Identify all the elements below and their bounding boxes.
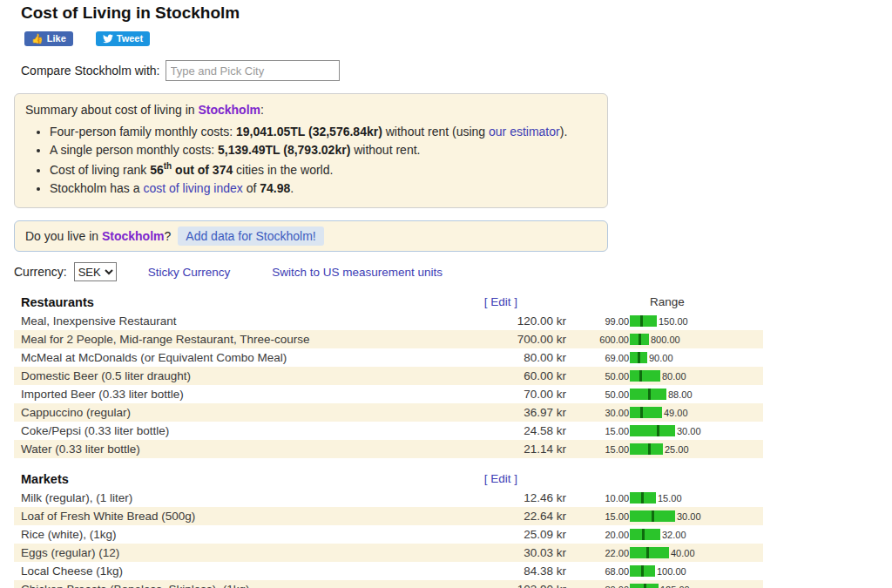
- item-name: Local Cheese (1kg): [14, 564, 436, 578]
- table-row: McMeal at McDonalds (or Equivalent Combo…: [14, 348, 763, 367]
- range-high: 25.00: [663, 444, 689, 455]
- item-price: 84.38 kr: [436, 564, 575, 578]
- range-bar: [630, 565, 655, 577]
- table-row: Cappuccino (regular)36.97 kr30.0049.00: [14, 403, 763, 422]
- range-bar: [630, 425, 675, 436]
- table-row: Meal, Inexpensive Restaurant120.00 kr99.…: [14, 312, 763, 330]
- summary-bullet: Stockholm has a cost of living index of …: [50, 180, 597, 196]
- range-high: 150.00: [657, 316, 688, 327]
- item-range: 20.0032.00: [575, 529, 763, 540]
- range-bar: [630, 584, 659, 588]
- range-high: 40.00: [669, 548, 695, 558]
- range-low: 30.00: [575, 408, 630, 418]
- table-row: Rice (white), (1kg)25.09 kr20.0032.00: [14, 525, 763, 544]
- item-range: 69.0090.00: [575, 352, 763, 363]
- item-name: Coke/Pepsi (0.33 liter bottle): [14, 424, 436, 437]
- tweet-button-label: Tweet: [117, 34, 143, 44]
- page-title: Cost of Living in Stockholm: [21, 3, 892, 23]
- range-high: 125.00: [659, 585, 690, 588]
- currency-select[interactable]: SEK: [74, 262, 117, 281]
- stockholm-city-link[interactable]: Stockholm: [102, 229, 165, 243]
- add-data-button[interactable]: Add data for Stockholm!: [178, 226, 323, 246]
- range-average-marker: [644, 584, 646, 588]
- currency-row: Currency: SEK Sticky Currency Switch to …: [14, 262, 892, 281]
- range-average-marker: [652, 510, 654, 522]
- item-range: 50.0080.00: [575, 370, 763, 382]
- range-low: 80.00: [575, 585, 630, 588]
- switch-units-link[interactable]: Switch to US measurement units: [272, 266, 443, 279]
- range-average-marker: [639, 334, 641, 345]
- range-high: 90.00: [647, 353, 673, 363]
- range-high: 88.00: [666, 389, 693, 400]
- range-low: 20.00: [575, 530, 630, 540]
- item-name: Rice (white), (1kg): [14, 528, 436, 541]
- range-low: 15.00: [575, 511, 630, 522]
- item-name: Meal, Inexpensive Restaurant: [14, 314, 436, 328]
- table-row: Local Cheese (1kg)84.38 kr68.00100.00: [14, 562, 763, 580]
- stockholm-city-link[interactable]: Stockholm: [198, 103, 260, 117]
- cost-of-living-page: Cost of Living in Stockholm 👍 Like Tweet…: [0, 0, 892, 588]
- sticky-currency-link[interactable]: Sticky Currency: [148, 266, 231, 279]
- item-name: Chicken Breasts (Boneless, Skinless), (1…: [14, 583, 436, 588]
- edit-link[interactable]: [ Edit ]: [436, 472, 566, 485]
- range-bar: [630, 492, 656, 504]
- share-buttons-row: 👍 Like Tweet: [24, 31, 889, 46]
- item-price: 24.58 kr: [436, 424, 575, 437]
- range-low: 68.00: [575, 566, 630, 577]
- range-low: 15.00: [575, 444, 630, 455]
- item-range: 99.00150.00: [575, 315, 763, 327]
- table-row: Water (0.33 liter bottle)21.14 kr15.0025…: [14, 440, 763, 458]
- range-low: 50.00: [575, 371, 630, 382]
- range-high: 30.00: [675, 426, 701, 436]
- section-gap: [14, 458, 763, 469]
- range-low: 99.00: [575, 316, 630, 327]
- item-price: 22.64 kr: [436, 510, 575, 523]
- item-range: 10.0015.00: [575, 492, 763, 504]
- live-in-city-box: Do you live in Stockholm? Add data for S…: [14, 220, 608, 252]
- table-row: Loaf of Fresh White Bread (500g)22.64 kr…: [14, 507, 763, 525]
- item-price: 120.00 kr: [436, 314, 575, 328]
- item-name: Meal for 2 People, Mid-range Restaurant,…: [14, 333, 436, 346]
- range-high: 800.00: [649, 335, 680, 345]
- range-low: 50.00: [575, 389, 630, 400]
- table-row: Milk (regular), (1 liter)12.46 kr10.0015…: [14, 489, 763, 507]
- item-range: 80.00125.00: [575, 584, 763, 588]
- item-price: 103.90 kr: [436, 583, 575, 588]
- range-bar: [630, 407, 662, 418]
- item-price: 21.14 kr: [436, 443, 575, 456]
- section-header-row: Markets[ Edit ]: [14, 469, 763, 489]
- inline-link[interactable]: our estimator: [489, 125, 560, 139]
- item-price: 30.03 kr: [436, 546, 575, 559]
- facebook-like-button[interactable]: 👍 Like: [24, 31, 73, 46]
- compare-label: Compare Stockholm with:: [21, 64, 160, 78]
- summary-bullet: Cost of living rank 56th out of 374 citi…: [50, 160, 597, 178]
- compare-city-input[interactable]: [166, 60, 340, 81]
- range-low: 600.00: [575, 335, 630, 345]
- range-bar: [630, 510, 675, 522]
- table-row: Domestic Beer (0.5 liter draught)60.00 k…: [14, 367, 763, 385]
- twitter-bird-icon: [103, 34, 113, 44]
- item-range: 600.00800.00: [575, 334, 763, 345]
- item-range: 15.0030.00: [575, 510, 763, 522]
- item-name: Eggs (regular) (12): [14, 546, 436, 559]
- range-low: 69.00: [575, 353, 630, 363]
- range-average-marker: [657, 425, 659, 436]
- range-bar: [630, 334, 649, 345]
- live-question: Do you live in Stockholm?: [25, 229, 171, 243]
- range-bar: [630, 443, 663, 455]
- range-low: 10.00: [575, 493, 630, 504]
- range-column-header: Range: [575, 295, 760, 308]
- summary-bullet-list: Four-person family monthly costs: 19,041…: [30, 124, 597, 196]
- tweet-button[interactable]: Tweet: [96, 31, 150, 46]
- item-price: 80.00 kr: [436, 351, 575, 364]
- item-name: Milk (regular), (1 liter): [14, 491, 436, 504]
- inline-link[interactable]: cost of living index: [143, 181, 242, 195]
- price-table: Restaurants[ Edit ]RangeMeal, Inexpensiv…: [14, 292, 763, 588]
- range-high: 15.00: [656, 493, 682, 504]
- range-average-marker: [648, 443, 651, 455]
- range-low: 15.00: [575, 426, 630, 436]
- summary-bullet: A single person monthly costs: 5,139.49T…: [50, 142, 597, 158]
- edit-link[interactable]: [ Edit ]: [436, 295, 566, 308]
- item-range: 30.0049.00: [575, 407, 763, 418]
- section-header-row: Restaurants[ Edit ]Range: [14, 292, 763, 312]
